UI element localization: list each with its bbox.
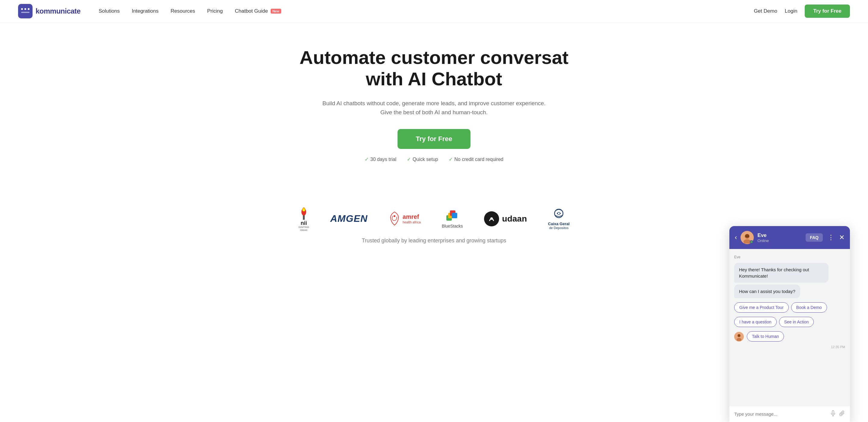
nav-actions: Get Demo Login Try for Free bbox=[754, 4, 850, 18]
svg-point-12 bbox=[490, 217, 493, 220]
hero-feature-setup: ✓ Quick setup bbox=[407, 156, 438, 162]
logo[interactable]: kommunicate bbox=[18, 4, 81, 19]
svg-rect-11 bbox=[452, 213, 457, 218]
amgen-logo-img: AMGEN bbox=[330, 210, 368, 227]
chat-sender-label: Eve bbox=[734, 255, 845, 259]
chat-agent-status: Online bbox=[757, 238, 802, 243]
caixa-logo-img: Caixa Geral de Depositos bbox=[548, 210, 569, 227]
logos-row: nii IGNITINGIDEAS AMGEN bbox=[299, 210, 569, 227]
chat-more-button[interactable]: ⋮ bbox=[828, 234, 834, 241]
check-icon-3: ✓ bbox=[449, 156, 453, 162]
nav-pricing[interactable]: Pricing bbox=[207, 8, 223, 14]
svg-point-19 bbox=[746, 236, 747, 237]
chat-header: ‹ Eve Online FAQ ⋮ ✕ bbox=[730, 226, 850, 249]
get-demo-link[interactable]: Get Demo bbox=[754, 8, 777, 14]
chat-agent-info: Eve Online bbox=[757, 232, 802, 243]
hero-feature-trial: ✓ 30 days trial bbox=[365, 156, 396, 162]
hero-feature-no-cc: ✓ No credit card required bbox=[449, 156, 504, 162]
navbar: kommunicate Solutions Integrations Resou… bbox=[0, 0, 868, 23]
amref-logo-img: amref health africa bbox=[389, 210, 421, 227]
bluestacks-logo-img: BlueStacks bbox=[442, 210, 463, 227]
nii-logo-img: nii IGNITINGIDEAS bbox=[299, 210, 309, 227]
feature-trial-text: 30 days trial bbox=[370, 157, 396, 162]
nav-try-free-button[interactable]: Try for Free bbox=[805, 4, 850, 18]
logo-text: kommunicate bbox=[36, 7, 81, 16]
svg-point-20 bbox=[748, 236, 749, 237]
hero-section: Automate customer conversat with AI Chat… bbox=[0, 23, 868, 204]
nav-integrations[interactable]: Integrations bbox=[132, 8, 158, 14]
logo-amref: amref health africa bbox=[389, 210, 421, 227]
logo-caixa: Caixa Geral de Depositos bbox=[548, 210, 569, 227]
login-link[interactable]: Login bbox=[785, 8, 798, 14]
chat-body: Eve Hey there! Thanks for checking out K… bbox=[730, 249, 850, 262]
chat-back-button[interactable]: ‹ bbox=[735, 234, 737, 241]
logo-udaan: udaan bbox=[484, 210, 527, 227]
nav-chatbot-guide-label: Chatbot Guide bbox=[235, 8, 268, 14]
chat-agent-name: Eve bbox=[757, 232, 802, 238]
svg-rect-2 bbox=[24, 8, 26, 10]
feature-setup-text: Quick setup bbox=[412, 157, 438, 162]
svg-rect-4 bbox=[21, 12, 30, 13]
check-icon-1: ✓ bbox=[365, 156, 369, 162]
svg-point-7 bbox=[394, 215, 396, 217]
udaan-logo-img: udaan bbox=[484, 210, 527, 227]
hero-features: ✓ 30 days trial ✓ Quick setup ✓ No credi… bbox=[365, 156, 504, 162]
nav-resources[interactable]: Resources bbox=[170, 8, 195, 14]
chat-widget: ‹ Eve Online FAQ ⋮ ✕ Eve Hey th bbox=[730, 226, 850, 262]
logo-nii: nii IGNITINGIDEAS bbox=[299, 210, 309, 227]
nav-chatbot-guide[interactable]: Chatbot Guide New bbox=[235, 8, 281, 14]
hero-title-line2: with AI Chatbot bbox=[366, 68, 502, 89]
logos-caption: Trusted globally by leading enterprises … bbox=[362, 238, 506, 244]
svg-rect-1 bbox=[21, 8, 23, 10]
svg-rect-3 bbox=[28, 8, 30, 10]
check-icon-2: ✓ bbox=[407, 156, 411, 162]
logo-icon bbox=[18, 4, 33, 19]
chat-avatar bbox=[741, 231, 754, 244]
hero-subtitle: Build AI chatbots without code, generate… bbox=[321, 99, 547, 117]
nav-links: Solutions Integrations Resources Pricing… bbox=[98, 8, 754, 14]
chat-faq-button[interactable]: FAQ bbox=[806, 233, 823, 242]
svg-rect-0 bbox=[18, 4, 33, 19]
logo-amgen: AMGEN bbox=[330, 210, 368, 227]
hero-title: Automate customer conversat with AI Chat… bbox=[300, 47, 568, 90]
logo-bluestacks: BlueStacks bbox=[442, 210, 463, 227]
new-badge: New bbox=[271, 9, 281, 13]
svg-point-14 bbox=[558, 212, 560, 215]
chat-close-button[interactable]: ✕ bbox=[839, 234, 844, 241]
feature-no-cc-text: No credit card required bbox=[455, 157, 504, 162]
nav-solutions[interactable]: Solutions bbox=[98, 8, 120, 14]
hero-cta-button[interactable]: Try for Free bbox=[398, 129, 470, 149]
hero-title-line1: Automate customer conversat bbox=[300, 47, 568, 68]
